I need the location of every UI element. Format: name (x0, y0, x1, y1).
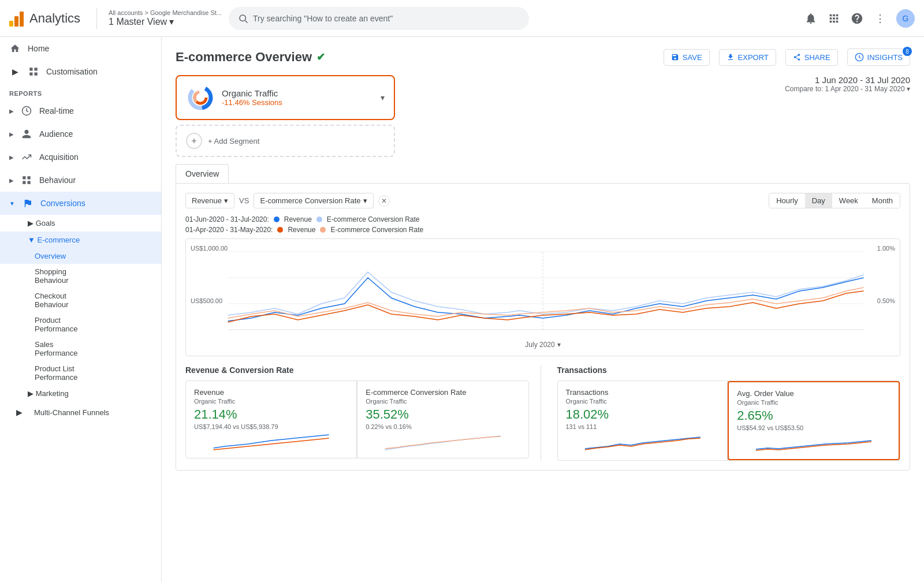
conv-card-pct: 35.52% (366, 407, 520, 422)
sidebar-item-realtime[interactable]: ▶ Real-time (0, 99, 161, 122)
caret-conversions: ▼ (9, 200, 15, 207)
sidebar-label-shopping: Shopping (35, 267, 66, 276)
account-name[interactable]: 1 Master View ▾ (109, 16, 222, 27)
add-segment-label: + Add Segment (208, 137, 259, 146)
avg-card-abs: US$54.92 vs US$53.50 (737, 424, 891, 431)
page-title: E-commerce Overview ✔ (176, 50, 325, 65)
main-layout: Home ▶ Customisation REPORTS ▶ Real-time… (0, 37, 924, 582)
time-day[interactable]: Day (805, 193, 832, 208)
sidebar-item-audience[interactable]: ▶ Audience (0, 122, 161, 146)
header-actions: SAVE EXPORT SHARE INSIGHTS 8 (664, 48, 910, 66)
caret-goals: ▶ (28, 219, 36, 227)
chart-svg (193, 246, 893, 338)
chart-controls: Revenue ▾ VS E-commerce Conversion Rate … (185, 193, 900, 208)
share-button[interactable]: SHARE (785, 49, 838, 66)
logo-icon (9, 10, 24, 27)
sidebar-sub-ecommerce[interactable]: ▼ E-commerce (0, 232, 161, 248)
revenue-card-abs: US$7,194.40 vs US$5,938.79 (194, 423, 348, 430)
add-segment-button[interactable]: + Add Segment (176, 125, 395, 157)
metric2-chevron: ▾ (363, 196, 367, 205)
sidebar-label-ecommerce: E-commerce (37, 236, 80, 244)
sidebar-sub-goals[interactable]: ▶ Goals (0, 215, 161, 232)
date-primary: 1 Jun 2020 - 31 Jul 2020 (785, 75, 910, 85)
transactions-title: Transactions (557, 365, 901, 375)
time-month[interactable]: Month (865, 193, 900, 208)
svg-rect-3 (23, 176, 25, 179)
share-icon (793, 53, 801, 61)
reports-section-label: REPORTS (0, 83, 161, 99)
sidebar-subsub-product[interactable]: Product Performance (0, 312, 161, 337)
sidebar-label-multichannel: Multi-Channel Funnels (29, 408, 109, 417)
time-week[interactable]: Week (832, 193, 865, 208)
remove-metric-icon[interactable]: ✕ (378, 195, 390, 207)
main-content: E-commerce Overview ✔ SAVE EXPORT SHARE (162, 37, 924, 582)
sidebar-item-multichannel[interactable]: ▶ Multi-Channel Funnels (0, 402, 161, 423)
segment-dropdown[interactable]: ▾ (381, 93, 385, 102)
overview-tab[interactable]: Overview (176, 164, 229, 183)
sidebar-label-product: Product (35, 316, 61, 324)
sidebar-subsub-overview[interactable]: Overview (0, 248, 161, 264)
time-hourly[interactable]: Hourly (769, 193, 805, 208)
sidebar-item-acquisition[interactable]: ▶ Acquisition (0, 146, 161, 169)
account-area: All accounts > Google Merchandise St... … (109, 9, 222, 27)
sidebar-subsub-sales[interactable]: Sales Performance (0, 337, 161, 361)
search-bar[interactable]: Try searching "How to create an event" (229, 7, 529, 30)
sidebar-item-behaviour[interactable]: ▶ Behaviour (0, 169, 161, 192)
time-buttons: Hourly Day Week Month (769, 193, 900, 208)
date-caret-icon: ▾ (907, 85, 910, 93)
nav-icons: ⋮ G (804, 9, 915, 28)
help-icon[interactable] (850, 12, 864, 25)
sidebar-label-conversions: Conversions (40, 199, 85, 208)
chart-y-labels: US$1,000.00 US$500.00 (191, 239, 228, 356)
metric1-select[interactable]: Revenue ▾ (185, 193, 234, 208)
behaviour-icon (21, 174, 32, 186)
segment-name: Organic Traffic (222, 88, 374, 98)
revenue-card-sub: Organic Traffic (194, 398, 348, 405)
sidebar-item-conversions[interactable]: ▼ Conversions (0, 192, 161, 215)
svg-point-0 (240, 15, 246, 21)
sidebar-label-productlist-p: Performance (35, 373, 77, 382)
sidebar-subsub-shopping[interactable]: Shopping Behaviour (0, 264, 161, 288)
sidebar-label-shopping-b: Behaviour (35, 276, 69, 285)
legend-dot-revenue-2 (277, 227, 283, 233)
trans-card-pct: 18.02% (566, 407, 720, 422)
sidebar-item-home[interactable]: Home (0, 37, 161, 60)
sidebar-item-customisation[interactable]: ▶ Customisation (0, 60, 161, 83)
revenue-card-title: Revenue (194, 388, 348, 397)
export-button[interactable]: EXPORT (719, 49, 776, 66)
save-button[interactable]: SAVE (664, 49, 710, 66)
conv-card-title: E-commerce Conversion Rate (366, 388, 520, 397)
sidebar-subsub-checkout[interactable]: Checkout Behaviour (0, 288, 161, 312)
customisation-icon (28, 66, 39, 77)
person-icon (21, 128, 32, 140)
apps-icon[interactable] (827, 12, 841, 25)
insights-button[interactable]: INSIGHTS 8 (847, 48, 910, 66)
more-icon[interactable]: ⋮ (873, 12, 887, 25)
legend-dot-conv-2 (320, 227, 326, 233)
sidebar-sub-marketing[interactable]: ▶ Marketing (0, 385, 161, 402)
date-compare[interactable]: Compare to: 1 Apr 2020 - 31 May 2020 ▾ (785, 85, 910, 93)
avatar[interactable]: G (896, 9, 915, 28)
sidebar-label-checkout: Checkout (35, 292, 66, 300)
metrics-bottom: Revenue & Conversion Rate Revenue Organi… (185, 365, 900, 461)
grid-icon: ▶ (9, 66, 21, 77)
chart-x-label: July 2020 ▾ (193, 341, 893, 349)
legend-dot-revenue-1 (274, 217, 280, 222)
notifications-icon[interactable] (804, 12, 818, 25)
conv-sparkline (366, 434, 520, 451)
transactions-section: Transactions Transactions Organic Traffi… (555, 365, 901, 461)
sidebar-subsub-productlist[interactable]: Product List Performance (0, 361, 161, 385)
sidebar-label-sales-p: Performance (35, 349, 77, 357)
caret-marketing: ▶ (28, 389, 36, 398)
chart-x-caret[interactable]: ▾ (557, 341, 561, 349)
svg-rect-5 (23, 181, 25, 184)
revenue-section: Revenue & Conversion Rate Revenue Organi… (185, 365, 541, 461)
revenue-title: Revenue & Conversion Rate (185, 365, 529, 375)
legend-conv-2: E-commerce Conversion Rate (330, 226, 423, 234)
caret-multichannel: ▶ (16, 408, 23, 417)
metric2-select[interactable]: E-commerce Conversion Rate ▾ (254, 193, 373, 208)
legend-revenue-2: Revenue (288, 226, 315, 234)
donut-chart (186, 83, 215, 112)
caret-audience: ▶ (9, 131, 14, 137)
home-icon (9, 43, 21, 54)
